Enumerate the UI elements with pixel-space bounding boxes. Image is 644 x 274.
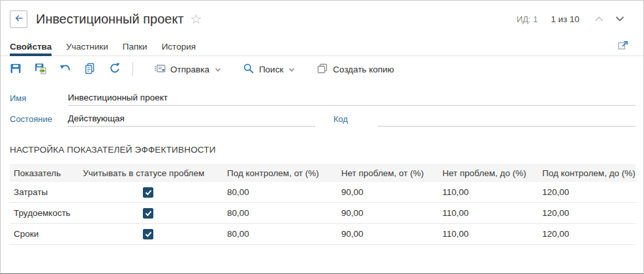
undo-button[interactable]: [53, 59, 78, 80]
create-copy-button-label: Создать копию: [333, 65, 394, 74]
column-header-under-control-from: Под контролем, от (%): [223, 168, 337, 178]
chevron-down-icon: [615, 14, 624, 24]
refresh-button[interactable]: [102, 59, 127, 80]
column-header-no-problems-from: Нет проблем, от (%): [337, 168, 438, 178]
previous-record-button[interactable]: [591, 13, 607, 25]
no-problems-to-value[interactable]: 110,00: [438, 229, 538, 239]
no-problems-from-value[interactable]: 90,00: [337, 208, 438, 218]
toolbar: Отправка Поиск: [3, 59, 638, 80]
table-row-deadlines[interactable]: Сроки 80,00 90,00 110,00 120,00: [10, 224, 636, 245]
no-problems-to-value[interactable]: 110,00: [438, 187, 538, 197]
state-field-label: Состояние: [10, 114, 52, 124]
tab-participants[interactable]: Участники: [66, 37, 108, 56]
copy-icon: [84, 62, 97, 77]
code-field[interactable]: [378, 112, 636, 127]
search-icon: [242, 62, 255, 77]
save-button[interactable]: [3, 59, 28, 80]
section-title-performance-indicators: НАСТРОЙКА ПОКАЗАТЕЛЕЙ ЭФФЕКТИВНОСТИ: [10, 145, 216, 155]
no-problems-to-value[interactable]: 110,00: [438, 208, 538, 218]
column-header-no-problems-to: Нет проблем, до (%): [438, 168, 538, 178]
chevron-down-icon: [288, 65, 295, 74]
back-button[interactable]: [10, 10, 27, 28]
favorite-star-icon[interactable]: ☆: [191, 12, 202, 25]
arrow-left-icon: [14, 13, 24, 25]
save-plus-icon: [34, 62, 47, 77]
open-in-new-window-icon: [617, 42, 629, 52]
under-control-to-value[interactable]: 120,00: [538, 187, 636, 197]
chevron-down-icon: [215, 65, 221, 74]
column-header-indicator: Показатель: [10, 168, 79, 178]
tab-properties[interactable]: Свойства: [10, 37, 52, 56]
column-header-under-control-to: Под контролем, до (%): [538, 168, 636, 178]
send-icon: [153, 62, 166, 77]
search-menu-button[interactable]: Поиск: [236, 59, 301, 80]
record-pager-label: 1 из 10: [551, 14, 579, 24]
checkbox-checked-icon[interactable]: [143, 208, 153, 219]
no-problems-from-value[interactable]: 90,00: [337, 229, 438, 239]
indicator-name: Трудоемкость: [10, 208, 79, 218]
record-card-window: Инвестиционный проект ☆ ИД: 1 1 из 10: [0, 0, 644, 274]
checkbox-checked-icon[interactable]: [143, 229, 153, 239]
name-field[interactable]: Инвестиционный проект: [68, 91, 636, 106]
tab-history[interactable]: История: [162, 37, 196, 56]
open-in-new-window-button[interactable]: [617, 38, 629, 52]
chevron-up-icon: [594, 14, 604, 24]
tab-folders[interactable]: Папки: [123, 37, 147, 56]
code-field-label: Код: [333, 114, 348, 124]
save-icon: [9, 62, 22, 77]
table-row-costs[interactable]: Затраты 80,00 90,00 110,00 120,00: [10, 182, 636, 203]
send-menu-button[interactable]: Отправка: [147, 59, 227, 80]
column-header-count-in-status: Учитывать в статусе проблем: [79, 168, 223, 178]
under-control-from-value[interactable]: 80,00: [223, 229, 337, 239]
tab-bar: Свойства Участники Папки История: [1, 37, 643, 56]
next-record-button[interactable]: [612, 13, 628, 25]
table-header-row: Показатель Учитывать в статусе проблем П…: [10, 164, 636, 182]
header-right: ИД: 1 1 из 10: [517, 13, 628, 25]
state-field[interactable]: Действующая: [68, 112, 315, 127]
under-control-from-value[interactable]: 80,00: [223, 187, 337, 197]
refresh-icon: [108, 62, 121, 77]
toolbar-separator: [132, 62, 133, 76]
page-title: Инвестиционный проект: [36, 12, 184, 27]
copy-squares-icon: [316, 62, 329, 77]
no-problems-from-value[interactable]: 90,00: [337, 187, 438, 197]
record-id-label: ИД: 1: [517, 14, 538, 24]
copy-button[interactable]: [78, 59, 102, 80]
create-copy-button[interactable]: Создать копию: [310, 59, 400, 80]
indicator-name: Сроки: [10, 229, 79, 239]
table-row-labor[interactable]: Трудоемкость 80,00 90,00 110,00 120,00: [10, 203, 636, 224]
under-control-to-value[interactable]: 120,00: [538, 229, 636, 239]
send-button-label: Отправка: [170, 65, 209, 74]
search-button-label: Поиск: [259, 65, 283, 74]
save-and-create-button[interactable]: [28, 59, 53, 80]
indicators-table: Показатель Учитывать в статусе проблем П…: [10, 164, 636, 245]
card-header: Инвестиционный проект ☆ ИД: 1 1 из 10: [1, 1, 643, 37]
under-control-from-value[interactable]: 80,00: [223, 208, 337, 218]
under-control-to-value[interactable]: 120,00: [538, 208, 636, 218]
name-field-label: Имя: [10, 93, 26, 103]
undo-icon: [59, 62, 72, 77]
checkbox-checked-icon[interactable]: [143, 187, 153, 198]
indicator-name: Затраты: [10, 187, 79, 197]
